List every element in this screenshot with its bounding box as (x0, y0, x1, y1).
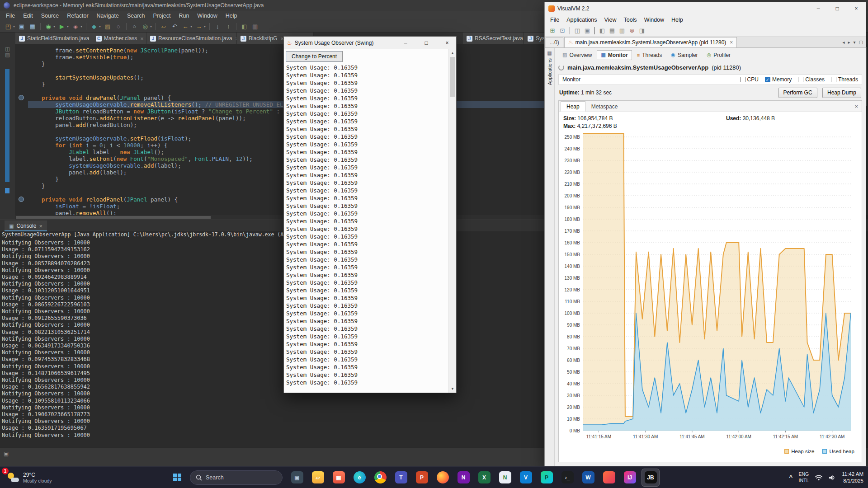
eclipse-menu-project[interactable]: Project (149, 13, 175, 19)
close-icon[interactable]: × (140, 35, 144, 42)
scroll-right-icon[interactable]: ▸ (848, 40, 850, 45)
language-indicator[interactable]: ENG INTL (798, 471, 809, 483)
weather-widget[interactable]: 1 29°C Mostly cloudy (3, 467, 57, 488)
gc-toolbar-icon[interactable]: ⊗ (627, 26, 637, 35)
prev-annotation-icon[interactable]: ↑ (223, 22, 233, 31)
taskbar-pycharm[interactable]: P (538, 469, 556, 487)
app-snapshot-icon[interactable]: ◨ (637, 26, 647, 35)
scroll-thumb[interactable] (450, 57, 455, 97)
external-tools-dropdown-icon[interactable]: ▾ (150, 24, 152, 28)
tab-heap[interactable]: Heap (561, 101, 585, 112)
eclipse-menu-source[interactable]: Source (37, 13, 63, 19)
tab-metaspace[interactable]: Metaspace (585, 101, 624, 112)
new-snippet-icon[interactable]: ▥ (250, 22, 260, 31)
metric-memory-checkbox[interactable]: ✓Memory (765, 76, 792, 83)
visualvm-menu-help[interactable]: Help (668, 17, 687, 23)
wifi-icon[interactable] (815, 474, 823, 481)
open-type-icon[interactable]: ◌ (113, 22, 123, 31)
maximize-button[interactable]: □ (417, 37, 435, 49)
eclipse-menu-file[interactable]: File (2, 13, 19, 19)
editor-tab-2[interactable]: CMatcher.class× (92, 33, 146, 44)
save-snapshot-icon[interactable]: ▣ (582, 26, 592, 35)
scroll-thumb[interactable] (16, 216, 211, 219)
compare-snapshots-icon[interactable]: ◧ (597, 26, 607, 35)
editor-tab-3[interactable]: JResourceCloseSimulation.java× (146, 33, 237, 44)
close-icon[interactable]: × (730, 39, 733, 46)
editor-tab-1[interactable]: JStaticFieldSimulation.java× (15, 33, 92, 44)
eclipse-menu-edit[interactable]: Edit (19, 13, 37, 19)
search-box[interactable]: Search (190, 470, 283, 485)
taskbar-onenote[interactable]: N (454, 469, 472, 487)
new-java-class-icon[interactable]: ◆ (89, 22, 99, 31)
volume-icon[interactable] (829, 474, 836, 481)
last-edit-location-icon[interactable]: ↶ (170, 22, 179, 31)
minimize-button[interactable]: – (396, 37, 415, 49)
document-tab-1[interactable]: ...0) (546, 37, 563, 47)
taskbar-powerpoint[interactable]: P (413, 469, 431, 487)
subtab-profiler[interactable]: ◎Profiler (703, 50, 735, 60)
back-icon[interactable]: ← (180, 22, 190, 31)
taskbar-terminal[interactable]: ›_ (558, 469, 576, 487)
taskbar-word[interactable]: W (579, 469, 597, 487)
tab-console[interactable]: ▣ Console × (5, 221, 47, 231)
taskbar-chrome[interactable] (371, 469, 389, 487)
taskbar-teams[interactable]: T (392, 469, 410, 487)
visualvm-menu-view[interactable]: View (601, 17, 620, 23)
metric-classes-checkbox[interactable]: Classes (798, 76, 825, 83)
perform-gc-button[interactable]: Perform GC (778, 88, 817, 98)
scroll-left-icon[interactable]: ◂ (842, 40, 844, 45)
run-dropdown-icon[interactable]: ▾ (67, 24, 69, 28)
external-tools-icon[interactable]: ◎ (140, 22, 150, 31)
debug-icon[interactable]: ◉ (43, 22, 53, 31)
taskbar-intellij[interactable]: IJ (621, 469, 639, 487)
scroll-down-icon[interactable]: ▼ (449, 385, 456, 393)
new-wizard-icon[interactable]: ◰ (3, 22, 13, 31)
heap-dump-button[interactable]: Heap Dump (822, 88, 861, 98)
close-button[interactable]: × (438, 37, 456, 49)
applications-side-tab[interactable]: ▦ Applications (545, 48, 555, 466)
mark-occurrences-icon[interactable]: ▱ (159, 22, 169, 31)
visualvm-menu-applications[interactable]: Applications (563, 17, 600, 23)
taskbar-firefox[interactable] (434, 469, 452, 487)
eclipse-menu-help[interactable]: Help (222, 13, 241, 19)
eclipse-menu-refactor[interactable]: Refactor (63, 13, 92, 19)
open-snapshot-icon[interactable]: ◫ (572, 26, 582, 35)
list-scrollbar[interactable]: ▲ ▼ (448, 49, 456, 393)
close-button[interactable]: × (847, 2, 866, 15)
eclipse-menu-window[interactable]: Window (193, 13, 221, 19)
visualvm-menu-window[interactable]: Window (641, 17, 668, 23)
clock[interactable]: 11:42 AM 8/1/2025 (842, 471, 863, 484)
close-icon[interactable]: × (39, 223, 42, 230)
eclipse-menu-run[interactable]: Run (175, 13, 193, 19)
visualvm-titlebar[interactable]: VisualVM 2.2 – □ × (545, 2, 866, 15)
heap-dump-toolbar-icon[interactable]: ▥ (617, 26, 627, 35)
taskbar-jetbrains-toolbox[interactable] (600, 469, 618, 487)
new-wizard-dropdown-icon[interactable]: ▾ (13, 24, 15, 28)
tray-chevron-icon[interactable]: ^ (789, 474, 793, 481)
tab-list-icon[interactable]: ▾ (854, 40, 856, 45)
taskbar-excel[interactable]: X (475, 469, 493, 487)
taskbar-app-grid[interactable]: ▦ (330, 469, 348, 487)
new-java-class-dropdown-icon[interactable]: ▾ (99, 24, 101, 28)
editor-tab-5[interactable]: JRSASecretTest.java× (463, 33, 524, 44)
taskbar-jb-runtime[interactable]: JB (642, 469, 660, 487)
new-package-icon[interactable]: ▨ (103, 22, 113, 31)
minimize-button[interactable]: – (809, 2, 828, 15)
next-annotation-icon[interactable]: ↓ (212, 22, 222, 31)
taskbar-notepad[interactable]: N (496, 469, 514, 487)
metric-cpu-checkbox[interactable]: CPU (740, 76, 759, 83)
metric-threads-checkbox[interactable]: Threads (831, 76, 858, 83)
back-dropdown-icon[interactable]: ▾ (190, 24, 192, 28)
change-to-percent-button[interactable]: Change to Percent (286, 51, 343, 62)
debug-dropdown-icon[interactable]: ▾ (53, 24, 55, 28)
save-all-icon[interactable]: ▦ (28, 22, 38, 31)
usage-list[interactable]: System Usage: 0.16359System Usage: 0.163… (286, 64, 448, 392)
eclipse-menu-search[interactable]: Search (123, 13, 149, 19)
subtab-overview[interactable]: ▧Overview (558, 50, 596, 60)
maximize-button[interactable]: □ (828, 2, 847, 15)
document-tab-2[interactable]: ♨main.java.memleaksim.SystemUsageObserve… (564, 37, 737, 47)
add-jvm-icon[interactable]: ⊞ (547, 26, 557, 35)
run-icon[interactable]: ▶ (57, 22, 67, 31)
close-icon[interactable]: × (851, 103, 862, 112)
taskbar-vscode[interactable]: V (517, 469, 535, 487)
